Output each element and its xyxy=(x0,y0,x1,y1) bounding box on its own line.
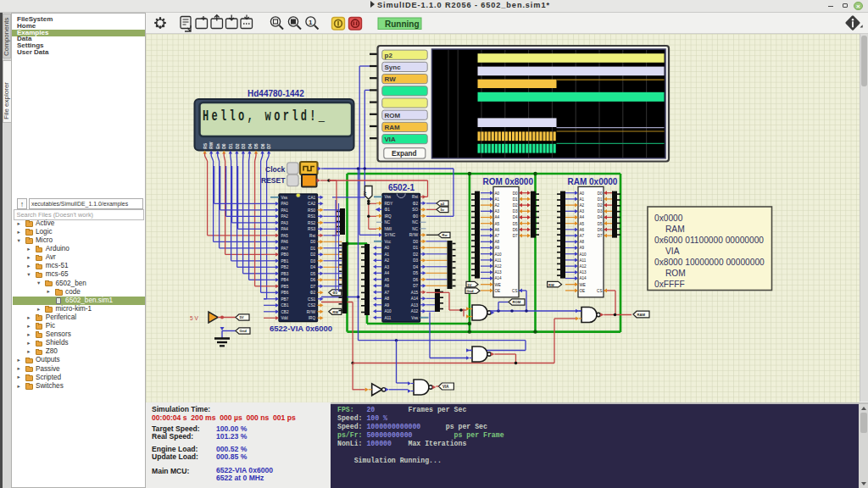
svg-text:ROM: ROM xyxy=(665,269,686,278)
svg-text:RW: RW xyxy=(332,310,338,314)
svg-text:RAM: RAM xyxy=(637,313,646,317)
svg-text:Expand: Expand xyxy=(392,150,417,158)
svg-text:D2: D2 xyxy=(598,203,603,208)
svg-text:A1: A1 xyxy=(580,197,585,202)
svg-text:NC: NC xyxy=(412,227,418,231)
svg-text:A11: A11 xyxy=(580,258,587,263)
svg-text:VIA: VIA xyxy=(385,136,397,143)
svg-text:ROM 0x8000: ROM 0x8000 xyxy=(483,177,534,186)
svg-text:A0: A0 xyxy=(580,191,585,196)
svg-text:A3: A3 xyxy=(580,209,585,214)
svg-text:R/!W: R/!W xyxy=(307,310,316,314)
svg-text:D6: D6 xyxy=(513,228,518,232)
svg-text:D7: D7 xyxy=(266,143,271,149)
svg-text:A3: A3 xyxy=(385,265,390,269)
svg-text:A7: A7 xyxy=(385,291,390,295)
svg-text:SYNC: SYNC xyxy=(385,233,396,237)
svg-text:D4: D4 xyxy=(598,215,603,219)
svg-text:RW: RW xyxy=(548,283,554,287)
svg-text:PB3: PB3 xyxy=(281,272,289,276)
svg-text:D0: D0 xyxy=(221,143,226,149)
svg-text:D1: D1 xyxy=(310,247,315,251)
svg-text:PA0: PA0 xyxy=(281,202,289,206)
svg-text:Vss: Vss xyxy=(411,316,418,320)
svg-text:D1: D1 xyxy=(513,197,518,202)
svg-text:D7: D7 xyxy=(598,234,603,238)
svg-text:CB1: CB1 xyxy=(281,303,289,308)
svg-text:RS1: RS1 xyxy=(308,214,315,219)
svg-text:A14: A14 xyxy=(580,276,587,280)
svg-text:D5: D5 xyxy=(598,222,603,226)
svg-text:1: 1 xyxy=(309,18,313,25)
svg-text:RS2: RS2 xyxy=(308,221,315,225)
svg-text:PA1: PA1 xyxy=(281,208,289,213)
svg-text:A12: A12 xyxy=(495,264,503,269)
svg-text:5v: 5v xyxy=(441,208,445,212)
svg-text:PB6: PB6 xyxy=(281,291,289,295)
svg-text:D7: D7 xyxy=(413,284,418,288)
svg-text:A13: A13 xyxy=(495,270,503,274)
svg-text:PB0: PB0 xyxy=(281,252,289,257)
svg-text:OE: OE xyxy=(580,289,586,293)
svg-text:5V: 5V xyxy=(468,283,472,287)
svg-text:D0: D0 xyxy=(310,240,315,244)
svg-text:D4: D4 xyxy=(310,265,315,269)
svg-text:A7: A7 xyxy=(580,234,585,238)
svg-text:Clock: Clock xyxy=(265,165,285,174)
svg-text:Running: Running xyxy=(385,19,420,28)
svg-text:Rst: Rst xyxy=(412,195,419,199)
svg-text:VIA: VIA xyxy=(442,385,449,389)
svg-text:PB5: PB5 xyxy=(281,285,289,289)
svg-text:Gnd: Gnd xyxy=(240,329,248,333)
svg-text:A5: A5 xyxy=(495,222,500,226)
svg-text:A8: A8 xyxy=(495,240,500,244)
svg-text:5 V: 5 V xyxy=(190,315,198,321)
svg-text:CA1: CA1 xyxy=(308,196,315,200)
svg-text:D4: D4 xyxy=(248,143,253,149)
svg-text:D6: D6 xyxy=(310,278,315,282)
svg-text:A2: A2 xyxy=(495,203,500,208)
svg-text:D0: D0 xyxy=(413,240,418,244)
svg-text:p2: p2 xyxy=(385,52,393,59)
svg-text:D2: D2 xyxy=(235,143,240,149)
svg-text:A9: A9 xyxy=(580,246,585,250)
svg-text:6522-VIA 0x6000: 6522-VIA 0x6000 xyxy=(270,324,332,333)
svg-text:RW: RW xyxy=(209,141,214,149)
svg-text:A4: A4 xyxy=(385,271,390,275)
svg-text:A13: A13 xyxy=(411,303,419,308)
svg-text:A2: A2 xyxy=(580,203,585,208)
svg-text:A14: A14 xyxy=(495,276,503,280)
svg-text:A7: A7 xyxy=(495,234,500,238)
svg-text:Hello, world!_: Hello, world!_ xyxy=(203,107,327,125)
svg-text:PA6: PA6 xyxy=(281,240,289,244)
svg-text:A15: A15 xyxy=(411,291,419,295)
svg-text:A5: A5 xyxy=(580,222,585,226)
svg-text:PB4: PB4 xyxy=(281,278,289,282)
svg-text:IRQ: IRQ xyxy=(385,214,392,219)
svg-text:OE: OE xyxy=(495,289,501,293)
svg-text:A6: A6 xyxy=(580,228,585,232)
svg-text:A5: A5 xyxy=(385,278,390,282)
svg-text:CA2: CA2 xyxy=(308,202,315,206)
svg-text:0xFFFF: 0xFFFF xyxy=(654,280,685,289)
svg-text:A12: A12 xyxy=(411,309,419,313)
svg-text:D5: D5 xyxy=(513,222,518,226)
svg-text:D1: D1 xyxy=(228,143,233,149)
svg-text:D1: D1 xyxy=(413,246,418,250)
svg-text:A6: A6 xyxy=(495,228,500,232)
svg-text:CS: CS xyxy=(597,289,602,293)
svg-text:D7: D7 xyxy=(310,285,315,289)
svg-text:CB2: CB2 xyxy=(281,310,289,314)
svg-text:PA7: PA7 xyxy=(281,247,289,251)
svg-text:Vss: Vss xyxy=(281,196,288,200)
svg-text:A0: A0 xyxy=(495,191,500,196)
svg-text:SO: SO xyxy=(412,208,418,212)
svg-text:D0: D0 xyxy=(513,191,518,196)
svg-text:RAM: RAM xyxy=(665,225,685,234)
svg-text:A13: A13 xyxy=(580,270,587,274)
svg-text:D0: D0 xyxy=(598,191,603,196)
svg-text:WE: WE xyxy=(495,283,501,287)
svg-text:D3: D3 xyxy=(413,258,418,263)
svg-text:A14: A14 xyxy=(411,297,419,301)
svg-text:D3: D3 xyxy=(598,209,603,214)
